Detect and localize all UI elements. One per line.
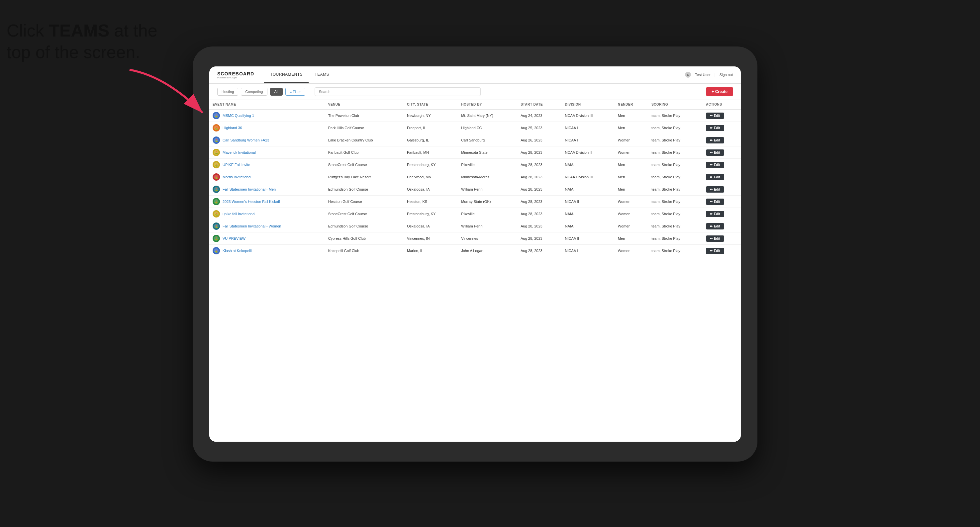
svg-text:⛳: ⛳: [215, 151, 218, 154]
pencil-icon-2: [710, 138, 713, 142]
col-city-state: CITY, STATE: [404, 100, 458, 109]
start-date-cell-11: Aug 28, 2023: [517, 245, 562, 257]
hosted-by-cell-5: Minnesota-Morris: [458, 171, 517, 183]
hosted-by-cell-4: Pikeville: [458, 159, 517, 171]
create-button[interactable]: + Create: [706, 87, 733, 96]
settings-icon[interactable]: ⚙: [685, 72, 691, 78]
col-event-name: EVENT NAME: [209, 100, 325, 109]
event-name-1[interactable]: Highland 36: [223, 126, 242, 130]
division-cell-6: NAIA: [562, 183, 614, 195]
logo-subtitle: Powered by Clippit: [217, 76, 254, 79]
division-cell-0: NCAA Division III: [562, 109, 614, 122]
svg-text:⛳: ⛳: [215, 114, 218, 117]
start-date-cell-4: Aug 28, 2023: [517, 159, 562, 171]
table-row: ⛳ Maverick Invitational Faribault Golf C…: [209, 146, 741, 159]
col-division: DIVISION: [562, 100, 614, 109]
col-venue: VENUE: [325, 100, 404, 109]
edit-button-1[interactable]: Edit: [706, 125, 724, 131]
edit-button-3[interactable]: Edit: [706, 149, 724, 156]
event-name-10[interactable]: VU PREVIEW: [223, 237, 245, 240]
edit-button-9[interactable]: Edit: [706, 223, 724, 229]
edit-button-4[interactable]: Edit: [706, 162, 724, 168]
actions-cell-0: Edit: [703, 109, 741, 122]
scoring-cell-9: team, Stroke Play: [648, 220, 703, 232]
scoring-cell-4: team, Stroke Play: [648, 159, 703, 171]
event-name-8[interactable]: upike fall invitational: [223, 212, 255, 216]
hosting-button[interactable]: Hosting: [217, 88, 238, 96]
nav-teams[interactable]: TEAMS: [309, 67, 335, 83]
actions-cell-7: Edit: [703, 195, 741, 208]
pencil-icon-8: [710, 212, 713, 216]
event-name-cell-6: ⛳ Fall Statesmen Invitational - Men: [209, 183, 325, 195]
edit-button-10[interactable]: Edit: [706, 235, 724, 242]
event-name-cell-7: ⛳ 2023 Women's Hesston Fall Kickoff: [209, 195, 325, 208]
event-name-0[interactable]: MSMC Qualifying 1: [223, 114, 254, 117]
event-name-2[interactable]: Carl Sandburg Women FA23: [223, 138, 269, 142]
event-name-6[interactable]: Fall Statesmen Invitational - Men: [223, 187, 276, 191]
event-name-cell-5: ⛳ Morris Invitational: [209, 171, 325, 183]
gender-cell-5: Men: [614, 171, 648, 183]
competing-button[interactable]: Competing: [241, 88, 267, 96]
start-date-cell-10: Aug 28, 2023: [517, 232, 562, 245]
event-name-9[interactable]: Fall Statesmen Invitational - Women: [223, 224, 281, 228]
tournaments-table: EVENT NAME VENUE CITY, STATE HOSTED BY S…: [209, 100, 741, 257]
pencil-icon-6: [710, 187, 713, 191]
edit-button-0[interactable]: Edit: [706, 113, 724, 119]
gender-cell-0: Men: [614, 109, 648, 122]
event-name-cell-4: ⛳ UPIKE Fall Invite: [209, 159, 325, 171]
filter-button[interactable]: ≡ Filter: [285, 88, 305, 96]
city-state-cell-0: Newburgh, NY: [404, 109, 458, 122]
venue-cell-8: StoneCrest Golf Course: [325, 208, 404, 220]
start-date-cell-6: Aug 28, 2023: [517, 183, 562, 195]
gender-cell-3: Women: [614, 146, 648, 159]
scoring-cell-11: team, Stroke Play: [648, 245, 703, 257]
search-input[interactable]: [315, 87, 481, 96]
edit-button-6[interactable]: Edit: [706, 186, 724, 193]
event-icon-10: ⛳: [213, 235, 220, 242]
event-name-5[interactable]: Morris Invitational: [223, 175, 251, 179]
edit-button-2[interactable]: Edit: [706, 137, 724, 143]
scoring-cell-3: team, Stroke Play: [648, 146, 703, 159]
event-name-4[interactable]: UPIKE Fall Invite: [223, 163, 250, 167]
venue-cell-5: Ruttger's Bay Lake Resort: [325, 171, 404, 183]
pencil-icon-10: [710, 237, 713, 240]
gender-cell-9: Women: [614, 220, 648, 232]
edit-button-5[interactable]: Edit: [706, 174, 724, 180]
sign-out-link[interactable]: Sign out: [719, 73, 733, 77]
scoring-cell-6: team, Stroke Play: [648, 183, 703, 195]
venue-cell-9: Edmundson Golf Course: [325, 220, 404, 232]
table-row: ⛳ VU PREVIEW Cypress Hills Golf Club Vin…: [209, 232, 741, 245]
pencil-icon-1: [710, 126, 713, 130]
event-name-cell-0: ⛳ MSMC Qualifying 1: [209, 109, 325, 122]
table-row: ⛳ Highland 36 Park Hills Golf Course Fre…: [209, 122, 741, 134]
scoring-cell-1: team, Stroke Play: [648, 122, 703, 134]
city-state-cell-2: Galesburg, IL: [404, 134, 458, 146]
venue-cell-11: Kokopelli Golf Club: [325, 245, 404, 257]
actions-cell-6: Edit: [703, 183, 741, 195]
pencil-icon-9: [710, 224, 713, 228]
table-row: ⛳ Fall Statesmen Invitational - Women Ed…: [209, 220, 741, 232]
venue-cell-3: Faribault Golf Club: [325, 146, 404, 159]
svg-text:⛳: ⛳: [215, 225, 218, 228]
edit-button-8[interactable]: Edit: [706, 211, 724, 217]
event-name-11[interactable]: Klash at Kokopelli: [223, 249, 251, 253]
pencil-icon-3: [710, 151, 713, 154]
table-row: ⛳ MSMC Qualifying 1 The Powelton Club Ne…: [209, 109, 741, 122]
svg-text:⛳: ⛳: [215, 249, 218, 253]
edit-button-11[interactable]: Edit: [706, 248, 724, 254]
event-name-7[interactable]: 2023 Women's Hesston Fall Kickoff: [223, 200, 280, 203]
gender-cell-7: Women: [614, 195, 648, 208]
nav-links: TOURNAMENTS TEAMS: [264, 67, 685, 83]
event-icon-3: ⛳: [213, 149, 220, 156]
edit-button-7[interactable]: Edit: [706, 198, 724, 205]
nav-tournaments[interactable]: TOURNAMENTS: [264, 67, 309, 83]
division-cell-7: NICAA II: [562, 195, 614, 208]
actions-cell-9: Edit: [703, 220, 741, 232]
event-name-3[interactable]: Maverick Invitational: [223, 151, 256, 154]
event-icon-4: ⛳: [213, 161, 220, 168]
all-button[interactable]: All: [270, 88, 283, 96]
table-row: ⛳ upike fall invitational StoneCrest Gol…: [209, 208, 741, 220]
event-icon-2: ⛳: [213, 137, 220, 144]
tablet-screen: SCOREBOARD Powered by Clippit TOURNAMENT…: [209, 67, 741, 442]
division-cell-3: NCAA Division II: [562, 146, 614, 159]
